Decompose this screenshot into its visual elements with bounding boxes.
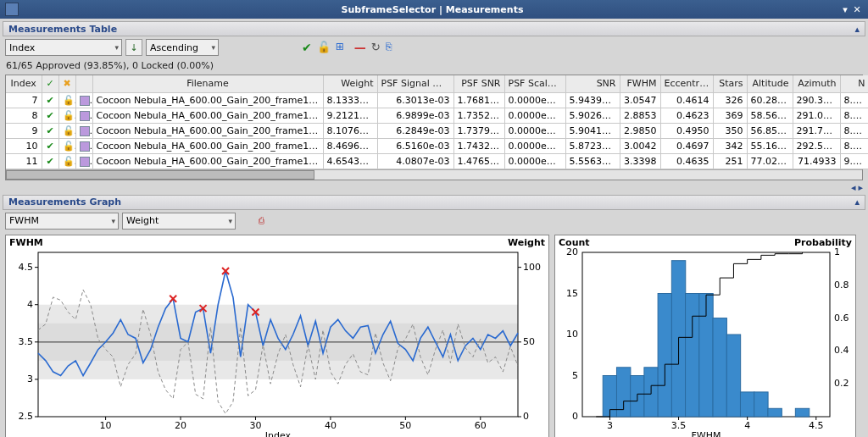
table-row[interactable]: 7✔🔓Cocoon Nebula_HA_600.00_Gain_200_fram…	[6, 92, 868, 108]
svg-text:10: 10	[566, 329, 578, 340]
page-prev-icon[interactable]: ◂	[851, 182, 856, 193]
svg-text:2.5: 2.5	[19, 411, 34, 422]
col-header[interactable]: N	[840, 75, 868, 92]
svg-text:50: 50	[399, 420, 411, 431]
col-header[interactable]: Altitude	[747, 75, 793, 92]
table-row[interactable]: 8✔🔓Cocoon Nebula_HA_600.00_Gain_200_fram…	[6, 108, 868, 123]
svg-text:0.8: 0.8	[834, 279, 849, 290]
sort-direction-icon[interactable]: ↓	[125, 39, 142, 56]
svg-rect-53	[740, 391, 754, 416]
app-icon	[5, 3, 19, 16]
y1-label: FWHM	[9, 237, 43, 248]
collapse-icon[interactable]: ▴	[854, 196, 860, 207]
svg-text:3: 3	[27, 373, 33, 384]
lock-icon[interactable]: 🔓	[317, 41, 331, 54]
horizontal-scrollbar[interactable]	[6, 169, 862, 180]
svg-text:4.5: 4.5	[19, 261, 34, 272]
col-header[interactable]: FWHM	[620, 75, 660, 92]
svg-rect-54	[754, 391, 768, 416]
lock-icon[interactable]: 🔓	[63, 141, 76, 152]
measurements-table: Index✓✖FilenameWeightPSF Signal WeightPS…	[5, 75, 863, 180]
col-header[interactable]: Stars	[713, 75, 747, 92]
lock-icon[interactable]: 🔓	[63, 125, 76, 136]
table-row[interactable]: 11✔🔓Cocoon Nebula_HA_600.00_Gain_200_fra…	[6, 153, 868, 169]
svg-text:0.6: 0.6	[834, 312, 849, 323]
col-header[interactable]: ✖	[58, 75, 75, 92]
svg-text:3.5: 3.5	[19, 335, 34, 346]
col-header[interactable]: Azimuth	[793, 75, 840, 92]
col-header[interactable]: Filename	[92, 75, 323, 92]
col-header[interactable]: PSF SNR	[453, 75, 504, 92]
svg-text:30: 30	[249, 420, 261, 431]
svg-text:4: 4	[744, 420, 750, 431]
y2-axis-select[interactable]: Weight	[122, 213, 236, 230]
approve-icon[interactable]: ✔	[46, 125, 53, 136]
approve-icon[interactable]: ✔	[46, 110, 53, 121]
sort-order-select[interactable]: Ascending	[146, 39, 219, 56]
col-header[interactable]: PSF Signal Weight	[377, 75, 453, 92]
svg-text:FWHM: FWHM	[692, 430, 721, 438]
lock-icon[interactable]: 🔓	[63, 95, 76, 106]
svg-rect-47	[658, 293, 671, 417]
svg-text:10: 10	[100, 420, 112, 431]
svg-text:3: 3	[607, 420, 613, 431]
svg-text:60: 60	[475, 420, 487, 431]
svg-text:4.5: 4.5	[809, 420, 824, 431]
svg-rect-49	[686, 293, 699, 417]
table-row[interactable]: 10✔🔓Cocoon Nebula_HA_600.00_Gain_200_fra…	[6, 138, 868, 153]
col-header[interactable]: Eccentricity	[660, 75, 713, 92]
titlebar: SubframeSelector | Measurements ▾ ✕	[0, 0, 868, 19]
prob-label: Probability	[794, 237, 852, 248]
approve-all-icon[interactable]: ✔	[302, 41, 312, 54]
col-header[interactable]	[75, 75, 92, 92]
graph-toolbar: FWHM Weight ⎙	[3, 210, 865, 232]
lock-icon[interactable]: 🔓	[63, 110, 76, 121]
refresh-icon[interactable]: ↻	[371, 41, 381, 54]
svg-rect-55	[768, 408, 782, 417]
svg-text:4: 4	[27, 298, 33, 309]
col-header[interactable]: Weight	[323, 75, 377, 92]
col-header[interactable]: PSF Scale SNR	[504, 75, 565, 92]
file-icon	[80, 157, 90, 167]
page-next-icon[interactable]: ▸	[858, 182, 863, 193]
maximize-icon[interactable]: ✕	[851, 4, 863, 15]
section-title: Measurements Graph	[8, 196, 854, 207]
approval-status: 61/65 Approved (93.85%), 0 Locked (0.00%…	[3, 58, 865, 75]
table-toolbar: Index ↓ Ascending ✔ 🔓 ⊞ — ↻ ⎘	[3, 36, 865, 58]
svg-text:50: 50	[523, 335, 535, 346]
pdf-export-icon[interactable]: ⎙	[253, 213, 270, 230]
svg-text:40: 40	[325, 420, 337, 431]
table-row[interactable]: 9✔🔓Cocoon Nebula_HA_600.00_Gain_200_fram…	[6, 123, 868, 138]
measurements-table-header[interactable]: Measurements Table ▴	[3, 21, 865, 36]
file-icon	[80, 141, 90, 152]
col-header[interactable]: Index	[6, 75, 42, 92]
svg-text:100: 100	[523, 261, 541, 272]
minimize-icon[interactable]: ▾	[839, 4, 851, 15]
export-icon[interactable]: ⎘	[386, 41, 392, 54]
line-chart[interactable]: FWHM Weight 1020304050602.533.544.505010…	[5, 235, 549, 438]
lock-col-icon: ✖	[63, 78, 70, 89]
sort-key-select[interactable]: Index	[5, 39, 122, 56]
remove-icon[interactable]: —	[354, 41, 366, 54]
approve-icon[interactable]: ✔	[46, 95, 53, 106]
histogram-chart[interactable]: Count Probability 33.544.5051015200.20.4…	[554, 235, 856, 438]
table-pager: ◂ ▸	[3, 180, 865, 195]
y1-axis-select[interactable]: FWHM	[5, 213, 119, 230]
col-header[interactable]: SNR	[565, 75, 620, 92]
measurements-graph-header[interactable]: Measurements Graph ▴	[3, 195, 865, 210]
select-all-icon[interactable]: ⊞	[336, 41, 344, 54]
table-header-row: Index✓✖FilenameWeightPSF Signal WeightPS…	[6, 75, 868, 92]
lock-icon[interactable]: 🔓	[63, 156, 76, 167]
file-icon	[80, 126, 90, 136]
svg-text:20: 20	[175, 420, 186, 431]
svg-text:0.2: 0.2	[834, 378, 849, 389]
approve-icon[interactable]: ✔	[46, 156, 53, 167]
collapse-icon[interactable]: ▴	[854, 24, 860, 35]
svg-text:15: 15	[566, 287, 578, 298]
svg-text:0.4: 0.4	[834, 345, 849, 356]
svg-text:0: 0	[572, 411, 578, 422]
svg-text:5: 5	[572, 369, 578, 380]
approve-icon[interactable]: ✔	[46, 141, 53, 152]
file-icon	[80, 111, 90, 121]
col-header[interactable]: ✓	[42, 75, 58, 92]
